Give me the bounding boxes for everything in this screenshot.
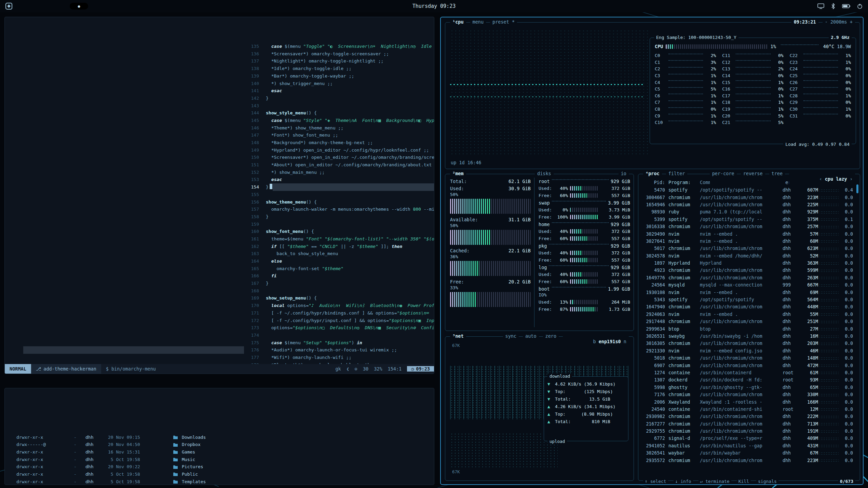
code-line[interactable]: 172 [ -f ~/.config/hypr/input.conf ] && … (244, 317, 434, 324)
battery-icon[interactable] (842, 4, 850, 8)
file-row[interactable]: * omarchy-launch-walker (23, 317, 244, 324)
file-row[interactable]: * omarchy-drive-info (23, 102, 244, 110)
file-row[interactable]: * omarchy-cmd-present (23, 43, 244, 50)
process-row[interactable]: 1647940 chromium /usr/lib/chromium/chrom… (643, 303, 858, 310)
code-line[interactable]: 169 show_setup_menu() { (244, 294, 434, 302)
file-row[interactable]: * omarchy-debug (23, 87, 244, 95)
media-indicator-pill[interactable]: ● (70, 3, 88, 10)
code-line[interactable]: 162 if [[ "$theme" == "CNCLD" || -z "$th… (244, 243, 434, 250)
code-line[interactable]: 143 (244, 102, 434, 110)
code-line[interactable]: 151 *About*) open_in_editor ~/.config/om… (244, 161, 434, 169)
code-line[interactable]: 154 } (244, 183, 434, 191)
process-row[interactable]: 2930982 chromium /usr/lib/chromium/chrom… (643, 413, 858, 420)
process-row[interactable]: 5343 spotify /opt/spotify/spotify dhh 56… (643, 296, 858, 303)
folder-name[interactable]: Dropbox (182, 441, 201, 448)
code-line[interactable]: 148 *Background*) omarchy-theme-bg-next … (244, 139, 434, 147)
file-row[interactable]: * omarchy-launch-editor (23, 265, 244, 273)
code-line[interactable]: 150 *Screensaver*) open_in_editor ~/.con… (244, 154, 434, 161)
process-row[interactable]: 3026541 waybar /usr/bin/waybar dhh 67M 0… (643, 449, 858, 457)
update-interval-control[interactable]: - 2000ms + (823, 19, 855, 25)
process-row[interactable]: 3004667 chromium /usr/lib/chromium/chrom… (643, 194, 858, 201)
process-row[interactable]: 2917448 chromium /usr/lib/chromium/chrom… (643, 318, 858, 325)
process-row[interactable]: 1654946 chromium /usr/lib/chromium/chrom… (643, 201, 858, 208)
file-row[interactable]: * omarchy-install-docker-dbs (23, 191, 244, 198)
file-row[interactable]: * omarchy-cmd-terminal-cwd (23, 80, 244, 87)
process-row[interactable]: 98930 ruby puma 7.1.0 (tcp://local dhh 9… (643, 208, 858, 215)
process-row[interactable]: 24564 mysqld mysqld --max-connection 999… (643, 281, 858, 289)
code-line[interactable]: 178 *Bluetooth*) omarchy-launch-bluetoot… (244, 361, 434, 364)
folder-name[interactable]: Games (182, 448, 195, 456)
code-line[interactable]: 146 *Theme*) show_theme_menu ;; (244, 124, 434, 132)
process-row[interactable]: 5399 spotify /opt/spotify/spotify -- dhh… (643, 216, 858, 223)
code-line[interactable]: 158 } (244, 213, 434, 221)
file-row[interactable]: * omarchy-cmd-screensaver (23, 57, 244, 65)
file-row[interactable]: * omarchy-launch-bluetooth (23, 250, 244, 257)
proc-tree-toggle[interactable]: tree (769, 171, 785, 187)
file-row[interactable]: * omarchy-hyprland-window-pop (23, 161, 244, 169)
file-row[interactable]: * omarchy-hook (23, 147, 244, 154)
file-row[interactable]: * omarchy-cmd-share (23, 72, 244, 80)
file-row[interactable]: * omarchy-cmd-screenrecord (23, 50, 244, 58)
file-row[interactable]: * omarchy-install-steam (23, 206, 244, 213)
file-row[interactable]: * omarchy-launch-floating-terminal- (23, 272, 244, 280)
process-row[interactable]: 1307 dockerd /usr/bin/dockerd -H fd: roo… (643, 376, 858, 384)
process-row[interactable]: 6772 signal-d /proc/self/exe --type=r dh… (643, 435, 858, 442)
code-line[interactable]: 137 *Nightlight*) omarchy-toggle-nightli… (244, 57, 434, 65)
file-row[interactable]: * omarchy-launch-or-focus-tui (23, 287, 244, 295)
file-row[interactable]: * omarchy-drive-set-password (23, 117, 244, 124)
header-pid[interactable]: Pid: (643, 180, 668, 185)
process-row[interactable]: 1649776 chromium /usr/lib/chromium/chrom… (643, 274, 858, 281)
tab-disks[interactable]: disks (535, 171, 554, 176)
file-row[interactable]: * omarchy-install-chromium-google-a (23, 176, 244, 183)
code-line[interactable]: 157 omarchy-launch-walker -m menus:omarc… (244, 206, 434, 213)
proc-terminate-action[interactable]: ↵ terminate (699, 479, 731, 484)
folder-name[interactable]: Templates (182, 478, 206, 485)
process-row[interactable]: 5018 chromium /usr/lib/chromium/chrom dh… (643, 354, 858, 362)
file-row[interactable]: * omarchy-install-tailscale (23, 213, 244, 221)
folder-name[interactable]: Pictures (182, 463, 203, 471)
code-line[interactable]: 177 *Wifi*) omarchy-launch-wifi ;; (244, 354, 434, 361)
code-line[interactable]: 176 *Audio*) omarchy-launch-or-focus-tui… (244, 346, 434, 354)
folder-name[interactable]: Music (182, 456, 195, 463)
folder-name[interactable]: Public (182, 471, 198, 478)
clock[interactable]: Thursday 09:23 (412, 3, 456, 9)
process-row[interactable]: 2941052 nautilus /usr/bin/nautilus --gap… (643, 442, 858, 449)
code-line[interactable]: 175 case $(menu "Setup" "$options") in (244, 339, 434, 347)
file-row[interactable]: * omarchy-launch-tui (23, 309, 244, 317)
process-row[interactable]: 2006 Xwayland Xwayland :1 -rootless - dh… (643, 398, 858, 405)
file-row[interactable]: * omarchy-launch-about (23, 243, 244, 250)
process-row[interactable]: 2921330 nvim nvim --embed config.jso dhh… (643, 347, 858, 354)
code-line[interactable]: 140 *) show_trigger_menu ;; (244, 80, 434, 87)
process-row[interactable]: 1274 containe /usr/bin/containerd root 6… (643, 369, 858, 376)
file-row[interactable]: * omarchy-launch-or-focus (23, 280, 244, 287)
code-line[interactable]: 149 *Hyprland*) open_in_editor ~/.config… (244, 147, 434, 154)
process-row[interactable]: 2935572 chromium /usr/lib/chromium/chrom… (643, 457, 858, 464)
code-line[interactable]: 167 } (244, 280, 434, 287)
bluetooth-icon[interactable] (831, 3, 835, 9)
file-row[interactable]: * omarchy-install-terminal (23, 221, 244, 228)
process-row[interactable]: 1930108 nvim nvim --embed . dhh 69M 0.0 (643, 289, 858, 296)
process-row[interactable]: 3016305 chromium /usr/lib/chromium/chrom… (643, 340, 858, 347)
process-row[interactable]: 5998 ghostty /usr/bin/ghostty --gtk- dhh… (643, 384, 858, 391)
code-line[interactable]: 160 show_font_menu() { (244, 228, 434, 235)
code-line[interactable]: 163 back_to show_style_menu (244, 250, 434, 257)
preset-button[interactable]: preset * (490, 19, 517, 25)
code-line[interactable]: 139 *Bar*) omarchy-toggle-waybar ;; (244, 72, 434, 80)
proc-scrollbar[interactable] (856, 184, 858, 193)
launcher-icon[interactable] (5, 3, 12, 10)
file-row[interactable]: * omarchy-install-dropbox (23, 198, 244, 206)
file-row[interactable]: * omarchy-font-current (23, 124, 244, 132)
process-row[interactable]: 3026531 swaybg /usr/bin/swaybg -i /hom d… (643, 333, 858, 340)
file-row[interactable]: * omarchy-launch-screensaver (23, 302, 244, 309)
menu-button[interactable]: menu (470, 19, 486, 25)
file-row[interactable]: * omarchy-font-list (23, 131, 244, 139)
process-row[interactable]: 2924063 nvim nvim --embed . dhh 55M 0.0 (643, 311, 858, 318)
process-row[interactable]: 1897 Hyprland Hyprland dhh 363M 0.0 (643, 260, 858, 267)
code-line[interactable]: 145 case $(menu "Style" "◈ Theme\nA Font… (244, 117, 434, 124)
code-line[interactable]: 142 } (244, 95, 434, 102)
file-row[interactable]: * omarchy-install-xbox-controllers (23, 235, 244, 243)
screencast-icon[interactable] (817, 3, 824, 9)
process-row[interactable]: 2167277 chromium /usr/lib/chromium/chrom… (643, 420, 858, 428)
file-row[interactable]: * omarchy-menu-keybindings (23, 354, 244, 361)
code-line[interactable]: 155 (244, 191, 434, 198)
